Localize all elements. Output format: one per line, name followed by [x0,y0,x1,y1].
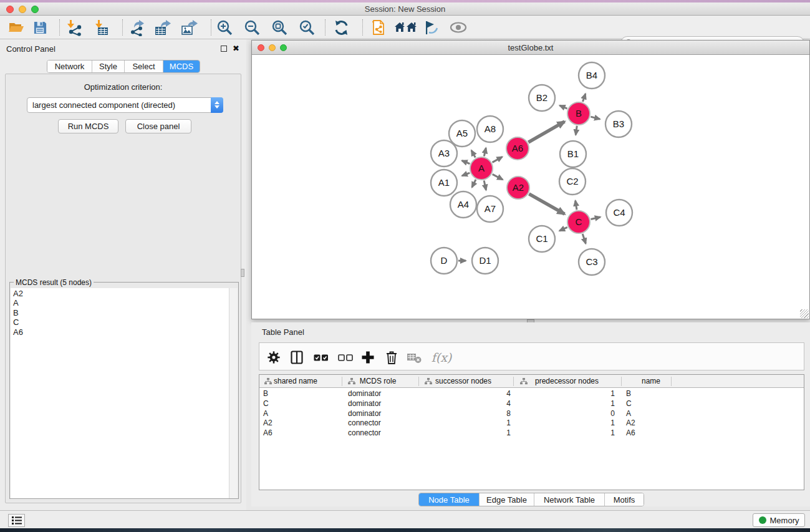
graph-node-C4[interactable]: C4 [606,200,632,226]
graph-edge-A-A6[interactable] [493,157,503,163]
tab-node-table[interactable]: Node Table [419,493,480,506]
close-panel-icon[interactable]: ✖ [233,46,239,52]
zoom-window-button[interactable] [31,6,39,13]
run-mcds-button[interactable]: Run MCDS [58,119,118,133]
hide-selected-icon[interactable] [422,19,440,36]
graph-edge-B-B2[interactable] [560,105,567,109]
column-mcds-role[interactable]: MCDS role [360,377,397,385]
minimize-window-button[interactable] [19,6,26,13]
graph-edge-C-C2[interactable] [576,201,577,210]
graph-edge-A-A2[interactable] [493,174,503,180]
table-row[interactable]: Cdominator41C [259,399,804,409]
tab-style[interactable]: Style [92,60,125,72]
graph-node-B1[interactable]: B1 [560,141,586,167]
graph-edge-B-B4[interactable] [583,94,586,102]
vertical-split-handle[interactable] [241,269,244,277]
column-shared-name[interactable]: shared name [274,377,317,385]
graph-node-B[interactable]: B [567,102,590,125]
column-predecessor-nodes[interactable]: predecessor nodes [535,377,599,385]
graph-node-B2[interactable]: B2 [529,85,555,111]
zoom-selected-icon[interactable] [297,19,316,36]
mcds-result-item[interactable]: A [11,297,230,307]
graph-node-A6[interactable]: A6 [506,137,529,160]
network-graph[interactable]: AA1A2A3A4A5A6A7A8BB1B2B3B4CC1C2C3C4DD1 [252,55,809,319]
graph-edge-B-B1[interactable] [576,126,577,135]
mcds-result-item[interactable]: A2 [11,288,230,297]
zoom-in-icon[interactable] [215,19,234,36]
graph-node-A[interactable]: A [470,157,493,180]
graph-node-D1[interactable]: D1 [472,248,498,274]
task-history-button[interactable] [8,514,25,527]
network-from-selection-icon[interactable] [369,19,388,36]
network-window-titlebar[interactable]: testGlobe.txt [252,41,809,55]
apply-function-icon[interactable]: f(x) [429,349,454,365]
mcds-result-list[interactable]: A2ABCA6 [11,288,230,498]
float-panel-icon[interactable] [221,46,227,52]
close-network-button[interactable] [258,44,264,51]
window-resize-grip[interactable] [800,309,809,318]
zoom-out-icon[interactable] [243,19,261,36]
graph-node-D[interactable]: D [431,248,457,274]
mcds-result-item[interactable]: B [11,307,230,317]
tab-mcds[interactable]: MCDS [163,60,200,72]
node-table[interactable]: shared name MCDS role successor nodes pr… [259,374,804,490]
minimize-network-button[interactable] [269,44,276,51]
close-window-button[interactable] [6,6,14,13]
graph-node-C3[interactable]: C3 [579,249,605,275]
network-canvas[interactable]: AA1A2A3A4A5A6A7A8BB1B2B3B4CC1C2C3C4DD1 [252,55,809,319]
graph-edge-C-C4[interactable] [591,217,600,220]
open-session-icon[interactable] [7,19,26,36]
column-successor-nodes[interactable]: successor nodes [435,377,491,385]
refresh-layout-icon[interactable] [332,19,350,36]
delete-table-icon[interactable] [406,349,422,365]
graph-edge-A-A5[interactable] [471,150,475,157]
table-row[interactable]: Bdominator41B [259,389,804,399]
graph-edge-B-B3[interactable] [591,117,600,119]
memory-button[interactable]: Memory [753,513,805,527]
graph-edge-C-C1[interactable] [559,227,567,231]
graph-node-B3[interactable]: B3 [605,111,632,137]
column-name[interactable]: name [642,377,660,385]
table-row[interactable]: A6connector11A6 [259,428,804,438]
graph-node-A8[interactable]: A8 [477,116,503,142]
graph-node-A3[interactable]: A3 [431,140,457,167]
import-network-icon[interactable] [64,19,83,36]
first-neighbors-icon[interactable] [393,19,418,36]
export-image-icon[interactable] [180,19,199,36]
tab-select[interactable]: Select [125,60,163,72]
graph-node-B4[interactable]: B4 [579,62,605,89]
import-table-icon[interactable] [91,19,110,36]
tab-edge-table[interactable]: Edge Table [480,493,534,506]
save-session-icon[interactable] [31,19,49,36]
table-row[interactable]: Adominator80A [259,409,804,418]
graph-edge-A-A4[interactable] [472,180,476,187]
graph-edge-A2-C[interactable] [529,194,564,214]
export-network-icon[interactable] [127,19,146,36]
graph-node-A4[interactable]: A4 [450,191,476,218]
tab-network-table[interactable]: Network Table [534,493,605,506]
select-all-icon[interactable] [313,349,329,365]
close-panel-button[interactable]: Close panel [125,119,191,133]
graph-edge-A-A1[interactable] [462,173,470,176]
graph-node-A1[interactable]: A1 [431,170,457,196]
tab-network[interactable]: Network [47,60,92,72]
mcds-result-item[interactable]: A6 [11,327,230,336]
graph-node-A2[interactable]: A2 [507,177,529,199]
show-hidden-eye-icon[interactable] [449,19,468,36]
scrollbar-track[interactable] [229,288,238,498]
table-header[interactable]: shared name MCDS role successor nodes pr… [259,375,804,388]
add-column-plus-icon[interactable] [360,349,376,365]
column-layout-icon[interactable] [289,349,305,365]
graph-edge-A-A8[interactable] [484,148,486,156]
delete-column-trash-icon[interactable] [383,349,400,365]
graph-node-C[interactable]: C [567,211,590,233]
zoom-network-button[interactable] [280,44,287,51]
graph-node-C1[interactable]: C1 [529,226,555,252]
table-row[interactable]: A2connector11A2 [259,418,804,428]
criterion-dropdown[interactable]: largest connected component (directed) [27,97,223,113]
graph-edge-A-A3[interactable] [462,161,470,164]
table-settings-gear-icon[interactable] [266,349,282,365]
graph-node-C2[interactable]: C2 [559,168,586,195]
export-table-icon[interactable] [153,19,172,36]
mcds-result-item[interactable]: C [11,317,230,326]
